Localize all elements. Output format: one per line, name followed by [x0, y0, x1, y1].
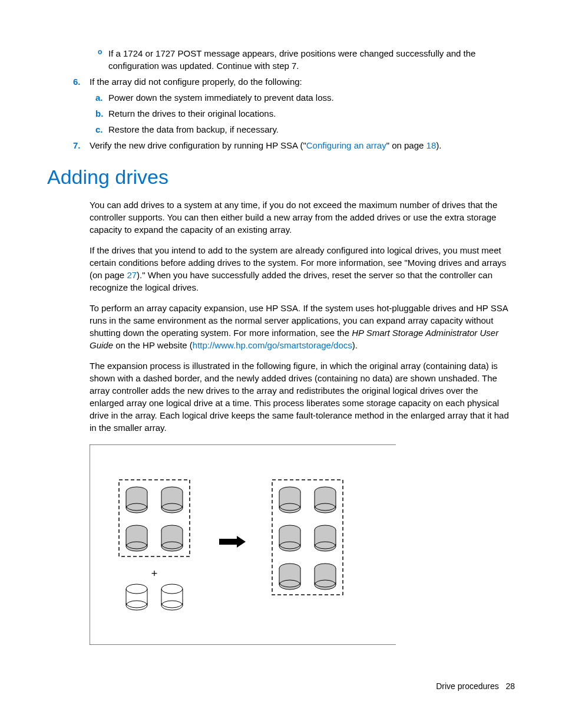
drive-icon [161, 525, 183, 551]
footer-section: Drive procedures [436, 681, 499, 691]
svg-point-39 [279, 503, 300, 513]
paragraph: If the drives that you intend to add to … [90, 244, 515, 294]
sub-bullet-list: o If a 1724 or 1727 POST message appears… [108, 47, 515, 72]
section-heading: Adding drives [47, 163, 515, 192]
list-item: 7. Verify the new drive configuration by… [90, 139, 515, 151]
link-configuring-array[interactable]: Configuring an array [306, 140, 386, 150]
drive-icon [126, 525, 147, 551]
drive-icon [279, 487, 300, 513]
array-expansion-diagram: + [90, 444, 396, 645]
bullet-text: If a 1724 or 1727 POST message appears, … [108, 48, 475, 71]
num-marker: 7. [73, 139, 81, 151]
paragraph: To perform an array capacity expansion, … [90, 302, 515, 351]
page-footer: Drive procedures 28 [436, 681, 515, 693]
svg-point-24 [126, 584, 147, 594]
svg-point-13 [161, 503, 183, 513]
numbered-list: 6. If the array did not configure proper… [90, 75, 515, 151]
svg-point-27 [126, 601, 147, 610]
list-item: a. Power down the system immediately to … [108, 91, 515, 104]
item-text: Return the drives to their original loca… [108, 108, 276, 118]
content-area: o If a 1724 or 1727 POST message appears… [90, 47, 515, 648]
drive-icon [126, 584, 147, 610]
svg-point-64 [315, 580, 336, 589]
page-ref-link[interactable]: 18 [427, 140, 437, 150]
item-text: Restore the data from backup, if necessa… [108, 124, 279, 134]
num-marker: 6. [73, 75, 81, 88]
alpha-marker: b. [95, 107, 103, 120]
drive-icon [315, 525, 336, 551]
item-text: If the array did not configure properly,… [90, 77, 302, 87]
svg-marker-33 [237, 536, 246, 548]
item-text: Verify the new drive configuration by ru… [90, 140, 441, 150]
text-fragment: Verify the new drive configuration by ru… [90, 140, 306, 150]
drive-icon [315, 564, 336, 589]
paragraph: You can add drives to a system at any ti… [90, 199, 515, 236]
svg-point-31 [161, 601, 183, 610]
paragraph: The expansion process is illustrated in … [90, 360, 515, 434]
svg-point-8 [126, 503, 147, 513]
drive-icon [161, 584, 183, 610]
svg-point-59 [279, 580, 300, 589]
text-fragment: )." When you have successfully added the… [90, 270, 492, 292]
list-item: 6. If the array did not configure proper… [90, 75, 515, 136]
drive-icon [161, 487, 183, 513]
text-fragment: on the HP website ( [113, 340, 193, 350]
text-fragment: ). [436, 140, 441, 150]
drive-icon [315, 487, 336, 513]
footer-page-number: 28 [505, 681, 515, 691]
svg-point-18 [126, 542, 147, 551]
expansion-figure: + [90, 444, 515, 648]
alpha-marker: c. [95, 123, 103, 136]
plus-icon: + [151, 568, 158, 579]
text-fragment: " on page [386, 140, 427, 150]
svg-rect-32 [219, 539, 237, 545]
svg-point-49 [279, 542, 300, 551]
external-link[interactable]: http://www.hp.com/go/smartstorage/docs [193, 340, 352, 350]
alpha-list: a. Power down the system immediately to … [108, 91, 515, 136]
item-text: Power down the system immediately to pre… [108, 93, 334, 103]
svg-point-54 [315, 542, 336, 551]
svg-point-44 [315, 503, 336, 513]
svg-point-23 [161, 542, 183, 551]
drive-icon [126, 487, 147, 513]
document-page: o If a 1724 or 1727 POST message appears… [0, 0, 562, 728]
text-fragment: ). [352, 340, 358, 350]
page-ref-link[interactable]: 27 [127, 270, 137, 280]
drive-icon [279, 525, 300, 551]
drive-icon [279, 564, 300, 589]
svg-point-28 [161, 584, 183, 594]
bullet-marker: o [98, 47, 102, 57]
list-item: c. Restore the data from backup, if nece… [108, 123, 515, 136]
list-item: b. Return the drives to their original l… [108, 107, 515, 120]
alpha-marker: a. [95, 91, 103, 104]
list-item: o If a 1724 or 1727 POST message appears… [108, 47, 515, 72]
arrow-right-icon [219, 536, 246, 548]
